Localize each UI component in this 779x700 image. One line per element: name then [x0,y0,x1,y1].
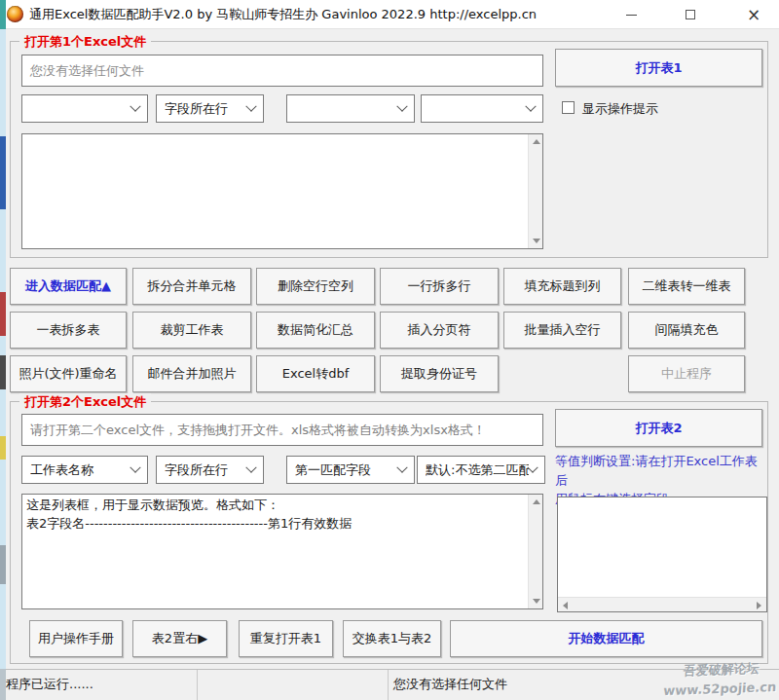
reopen-table1-button[interactable]: 重复打开表1 [239,620,333,657]
title-bar: 通用Excel数据匹配助手V2.0 by 马鞍山师专招生办 Gavinloo 2… [0,0,779,29]
tool-2d-to-1d-table-button[interactable]: 二维表转一维表 [628,268,745,305]
status-file-text: 您没有选择任何文件 [393,676,507,693]
open-table1-button[interactable]: 打开表1 [555,49,762,87]
watermark-line2: www.52pojie.cn [661,677,779,700]
selected-fields-hscrollbar[interactable] [558,597,766,611]
table2-preview-listbox[interactable]: 这是列表框，用于显示数据预览。格式如下： 表2字段名--------------… [21,494,543,609]
tool-enter-data-match-button[interactable]: 进入数据匹配▲ [10,268,127,305]
tool-data-simplify-summary-button[interactable]: 数据简化汇总 [256,312,375,349]
tool-abort-program-button: 中止程序 [628,355,745,392]
second-match-field-combo[interactable]: 默认:不选第二匹配字 [417,456,545,484]
user-manual-button[interactable]: 用户操作手册 [29,620,123,657]
show-tips-label: 显示操作提示 [582,100,658,118]
table2-to-right-button[interactable]: 表2置右▶ [132,620,227,657]
table1-preview-listbox[interactable] [21,133,543,249]
close-icon: × [747,5,760,24]
status-divider [197,670,198,700]
scroll-right-icon[interactable] [752,598,766,612]
scroll-down-icon[interactable] [529,594,543,608]
file2-path-field[interactable]: 请打开第二个excel文件，支持拖拽打开文件。xls格式将被自动转换为xlsx格… [21,414,543,446]
table1-combo-3[interactable] [286,94,415,123]
tool-batch-insert-empty-rows-button[interactable]: 批量插入空行 [503,312,621,349]
start-data-match-button[interactable]: 开始数据匹配 [450,620,762,657]
chevron-down-icon [527,461,538,472]
status-divider [388,670,389,700]
tool-alternate-fill-color-button[interactable]: 间隔填充色 [628,312,745,349]
chevron-down-icon [245,100,256,111]
selected-fields-listbox[interactable] [557,497,767,612]
app-icon [7,6,23,22]
minimize-button[interactable] [609,0,653,29]
maximize-icon [686,10,695,19]
close-button[interactable]: × [728,0,779,29]
table2-sheet-combo[interactable]: 工作表名称 [21,456,148,484]
group1-title: 打开第1个Excel文件 [19,33,151,51]
tool-excel-to-dbf-button[interactable]: Excel转dbf [256,355,375,392]
status-running-text: 程序已运行...... [6,676,93,693]
chevron-down-icon [396,100,407,111]
chevron-down-icon [525,100,536,111]
table2-header-row-combo[interactable]: 字段所在行 [156,456,264,484]
table1-header-row-combo[interactable]: 字段所在行 [156,94,264,123]
scroll-down-icon[interactable] [529,234,543,248]
maximize-button[interactable] [668,0,713,29]
table2-preview-vscrollbar[interactable] [528,495,542,608]
minimize-icon [626,15,637,16]
tool-fill-title-to-column-button[interactable]: 填充标题到列 [503,268,621,305]
tool-mail-merge-with-photo-button[interactable]: 邮件合并加照片 [132,355,251,392]
tool-one-row-to-many-button[interactable]: 一行拆多行 [380,268,499,305]
chevron-down-icon [130,461,140,472]
scroll-up-icon[interactable] [529,495,543,509]
window-title: 通用Excel数据匹配助手V2.0 by 马鞍山师专招生办 Gavinloo 2… [29,0,537,29]
chevron-down-icon [396,461,407,472]
scroll-up-icon[interactable] [529,134,543,149]
table1-preview-vscrollbar[interactable] [528,134,542,248]
desktop-edge [0,0,6,700]
chevron-down-icon [245,461,256,472]
hint-line1: 等值判断设置:请在打开Excel工作表后 [555,452,769,490]
watermark: 吾爱破解论坛 www.52pojie.cn [661,658,779,700]
open-table2-button[interactable]: 打开表2 [555,409,762,447]
preview-text: 这是列表框，用于显示数据预览。格式如下： 表2字段名--------------… [26,497,523,534]
tool-one-table-to-many-button[interactable]: 一表拆多表 [10,312,127,349]
swap-table1-table2-button[interactable]: 交换表1与表2 [343,620,441,657]
tool-insert-page-break-button[interactable]: 插入分页符 [380,312,499,349]
tool-extract-id-number-button[interactable]: 提取身份证号 [380,355,499,392]
show-tips-checkbox[interactable] [562,101,575,114]
group2-title: 打开第2个Excel文件 [19,393,151,411]
file1-path-field[interactable]: 您没有选择任何文件 [21,55,543,87]
tool-crop-worksheet-button[interactable]: 裁剪工作表 [132,312,251,349]
first-match-field-combo[interactable]: 第一匹配字段 [286,456,415,484]
tool-photo-file-rename-button[interactable]: 照片(文件)重命名 [10,355,127,392]
scroll-left-icon[interactable] [558,598,573,612]
table1-sheet-combo[interactable] [21,94,148,123]
tool-delete-empty-rows-cols-button[interactable]: 删除空行空列 [256,268,375,305]
chevron-down-icon [130,100,140,111]
tool-split-merged-cells-button[interactable]: 拆分合并单元格 [132,268,251,305]
table1-combo-4[interactable] [421,94,543,123]
